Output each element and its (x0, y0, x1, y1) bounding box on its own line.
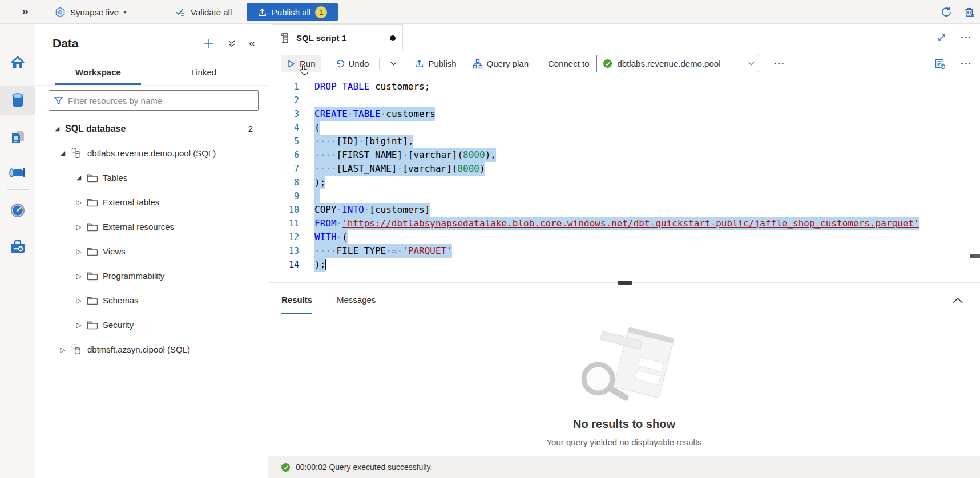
publish-all-button[interactable]: Publish all 1 (247, 3, 338, 21)
expander-collapsed-icon[interactable]: ▷ (74, 321, 83, 329)
code-token: [FIRST_NAME] (337, 149, 403, 160)
tree-item-external-tables[interactable]: ▷External tables (35, 190, 268, 214)
expander-expanded-icon[interactable]: ◢ (74, 174, 83, 181)
discard-trash-button[interactable] (963, 0, 975, 24)
editor-toolbar: Run Undo Publish Query plan Connect to (268, 51, 980, 76)
code-line-12[interactable]: 12WITH·( (268, 230, 980, 244)
code-token: ) (479, 163, 485, 174)
code-line-5[interactable]: 5····[ID]·[bigint], (268, 135, 980, 148)
tree-item-label: External tables (103, 197, 159, 207)
code-token: · (386, 245, 392, 256)
sql-code-editor[interactable]: 1DROP TABLE customers;23CREATE·TABLE·cus… (268, 76, 980, 282)
tree-item-external-resources[interactable]: ▷External resources (35, 214, 268, 239)
expander-collapsed-icon[interactable]: ▷ (74, 248, 83, 256)
line-number: 4 (268, 121, 299, 135)
tab-sql-script-1[interactable]: SQL script 1 (272, 24, 403, 51)
run-options-chevron[interactable] (384, 56, 403, 71)
editor-scrollbar-thumb[interactable] (970, 254, 980, 258)
tree-item-dbtlabs-revenue-demo-pool-sql[interactable]: ◢dbtlabs.revenue.demo.pool (SQL) (35, 141, 268, 165)
tree-item-schemas[interactable]: ▷Schemas (35, 288, 268, 313)
rail-item-monitor[interactable] (0, 196, 35, 225)
expander-collapsed-icon[interactable]: ▷ (74, 199, 83, 206)
code-token: [bigint], (364, 136, 414, 147)
expander-collapsed-icon[interactable]: ▷ (74, 297, 83, 305)
rail-item-integrate[interactable] (0, 159, 35, 188)
code-token: INTO (342, 204, 364, 215)
validate-all-button[interactable]: Validate all (175, 0, 232, 24)
results-body: No results to show Your query yielded no… (268, 319, 980, 456)
code-line-9[interactable]: 9 (268, 189, 980, 203)
query-plan-label: Query plan (487, 59, 529, 68)
code-token: [varchar]( (402, 163, 457, 174)
code-token: ···· (314, 163, 337, 174)
properties-icon[interactable] (934, 58, 946, 70)
code-line-10[interactable]: 10COPY·INTO·[customers] (268, 203, 980, 217)
folder-icon (87, 246, 98, 256)
code-line-1[interactable]: 1DROP TABLE customers; (268, 80, 980, 94)
run-button[interactable]: Run (281, 55, 321, 72)
code-token: · (397, 245, 403, 256)
collapse-panel-icon[interactable]: « (249, 37, 255, 50)
expander-collapsed-icon[interactable]: ▷ (74, 272, 83, 280)
rail-item-develop[interactable] (0, 122, 35, 152)
empty-results-title: No results to show (268, 418, 980, 431)
code-line-2[interactable]: 2 (268, 94, 980, 107)
tree-item-security[interactable]: ▷Security (35, 313, 268, 337)
tree-item-views[interactable]: ▷Views (35, 239, 268, 264)
code-line-6[interactable]: 6····[FIRST_NAME]·[varchar](8000), (268, 148, 980, 162)
code-line-11[interactable]: 11FROM·'https://dbtlabsynapsedatalake.bl… (268, 217, 980, 230)
document-tab-bar: SQL script 1 ··· (268, 24, 980, 51)
line-number: 7 (268, 162, 299, 176)
tab-linked[interactable]: Linked (161, 63, 247, 85)
git-mode-selector[interactable]: Synapse live ▾ (55, 0, 127, 24)
tab-more-actions[interactable]: ··· (961, 32, 972, 43)
toolbar-more-actions[interactable]: ··· (774, 58, 785, 70)
tree-item-programmability[interactable]: ▷Programmability (35, 264, 268, 288)
editor-more-actions[interactable]: ··· (961, 58, 972, 70)
filter-resources-input[interactable] (68, 96, 253, 106)
undo-button[interactable]: Undo (329, 55, 375, 72)
expander-expanded-icon[interactable]: ◢ (58, 149, 67, 157)
upload-icon (257, 7, 267, 17)
folder-icon (87, 173, 98, 183)
rail-item-manage[interactable] (0, 232, 35, 262)
code-line-4[interactable]: 4( (268, 121, 980, 135)
collapse-all-icon[interactable] (227, 39, 236, 48)
tab-messages[interactable]: Messages (337, 295, 376, 313)
code-line-13[interactable]: 13····FILE_TYPE·=·'PARQUET' (268, 244, 980, 258)
rail-item-home[interactable] (0, 48, 35, 78)
tab-results[interactable]: Results (281, 295, 312, 314)
rail-item-data[interactable] (0, 86, 35, 115)
connect-to-pool-dropdown[interactable]: dbtlabs.revenue.demo.pool (596, 55, 759, 72)
line-number: 12 (268, 230, 299, 244)
query-plan-button[interactable]: Query plan (467, 55, 534, 72)
code-token: [customers] (369, 204, 430, 215)
selection-sliver (314, 189, 320, 203)
code-token: WITH (314, 232, 337, 242)
folder-icon (87, 222, 98, 232)
expander-collapsed-icon[interactable]: ▷ (58, 346, 67, 354)
code-token: customers; (369, 80, 430, 94)
collapse-results-chevron-icon[interactable] (951, 296, 964, 305)
tree-item-dbtmsft-azsyn-cipool-sql[interactable]: ▷dbtmsft.azsyn.cipool (SQL) (35, 337, 268, 362)
integrate-icon (9, 166, 27, 181)
tab-workspace[interactable]: Workspace (55, 63, 141, 85)
refresh-button[interactable] (940, 0, 953, 24)
code-token: DROP (314, 80, 337, 94)
expander-expanded-icon[interactable]: ◢ (53, 125, 62, 132)
expander-collapsed-icon[interactable]: ▷ (74, 223, 83, 231)
code-line-14[interactable]: 14); (268, 258, 980, 272)
code-line-8[interactable]: 8); (268, 176, 980, 189)
panel-title: Data (53, 37, 79, 50)
tree-item-tables[interactable]: ◢Tables (35, 165, 268, 190)
publish-button[interactable]: Publish (409, 55, 462, 72)
expand-rail-icon[interactable]: » (22, 4, 27, 18)
code-line-3[interactable]: 3CREATE·TABLE·customers (268, 107, 980, 121)
success-check-icon (281, 463, 291, 472)
tree-item-sql-database[interactable]: ◢SQL database2 (35, 116, 268, 141)
code-token: ···· (314, 245, 337, 256)
code-line-7[interactable]: 7····[LAST_NAME]·[varchar](8000) (268, 162, 980, 176)
add-resource-button[interactable] (202, 37, 215, 50)
code-token: [ID] (337, 136, 359, 147)
expand-editor-icon[interactable] (937, 33, 947, 43)
